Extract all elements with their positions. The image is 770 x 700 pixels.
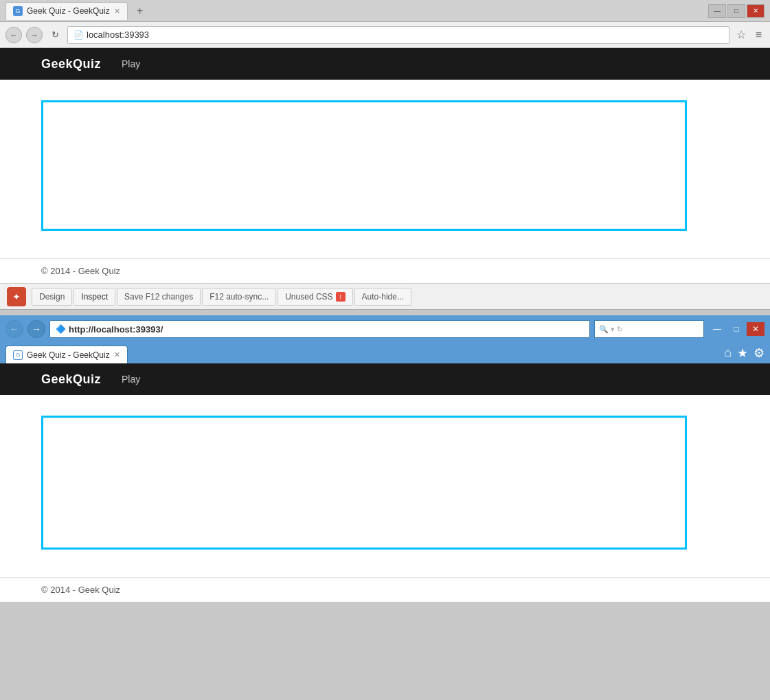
browser-separator xyxy=(0,310,770,315)
close-button[interactable]: ✕ xyxy=(747,4,765,18)
site-navbar-top: GeekQuiz Play xyxy=(0,48,770,80)
bottom-browser-tab[interactable]: G Geek Quiz - GeekQuiz ✕ xyxy=(5,346,128,363)
tab-favicon: G xyxy=(13,6,23,16)
bottom-tab-area: G Geek Quiz - GeekQuiz ✕ ⌂ ★ ⚙ xyxy=(0,343,770,363)
devtools-design-button[interactable]: Design xyxy=(32,288,72,306)
tab-close-button[interactable]: ✕ xyxy=(114,7,120,16)
site-main-bottom xyxy=(0,395,770,577)
forward-button[interactable]: → xyxy=(26,27,43,43)
search-separator: ▾ xyxy=(611,325,615,334)
bottom-tab-favicon: G xyxy=(13,350,23,360)
content-box-bottom xyxy=(41,416,687,550)
devtools-bar: ✦ Design Inspect Save F12 changes F12 au… xyxy=(0,283,770,309)
tab-label: Geek Quiz - GeekQuiz xyxy=(27,6,110,16)
home-icon[interactable]: ⌂ xyxy=(724,346,732,361)
bottom-tab-close[interactable]: ✕ xyxy=(114,350,120,359)
devtools-inspect-button[interactable]: Inspect xyxy=(73,288,115,306)
top-address-bar: ← → ↻ 📄 localhost:39393 ☆ ≡ xyxy=(0,22,770,48)
bottom-tab-label: Geek Quiz - GeekQuiz xyxy=(27,350,110,360)
footer-text-top: © 2014 - Geek Quiz xyxy=(41,266,120,276)
play-nav-link-top[interactable]: Play xyxy=(122,58,140,69)
bottom-address-bar: ← → 🔷 http://localhost:39393/ 🔍 ▾ ↻ — □ … xyxy=(0,315,770,343)
top-title-bar: G Geek Quiz - GeekQuiz ✕ + — □ ✕ xyxy=(0,0,770,22)
site-main-top xyxy=(0,80,770,258)
gear-icon[interactable]: ⚙ xyxy=(754,346,765,361)
reload-button[interactable]: ↻ xyxy=(47,27,63,43)
bottom-website-content: GeekQuiz Play © 2014 - Geek Quiz xyxy=(0,363,770,602)
bottom-back-button[interactable]: ← xyxy=(5,320,23,338)
content-box-top xyxy=(41,100,687,231)
bottom-browser-right-icons: ⌂ ★ ⚙ xyxy=(724,346,765,363)
bottom-url-box[interactable]: 🔷 http://localhost:39393/ xyxy=(49,320,590,338)
devtools-unusedcss-button[interactable]: Unused CSS ! xyxy=(278,288,352,306)
bookmark-icon[interactable]: ☆ xyxy=(734,28,749,41)
bottom-close-button[interactable]: ✕ xyxy=(747,322,765,336)
bottom-maximize-button[interactable]: □ xyxy=(727,322,745,336)
new-tab-button[interactable]: + xyxy=(131,3,150,19)
bottom-minimize-button[interactable]: — xyxy=(708,322,726,336)
bottom-search-area[interactable]: 🔍 ▾ ↻ xyxy=(594,320,704,338)
bottom-browser: ← → 🔷 http://localhost:39393/ 🔍 ▾ ↻ — □ … xyxy=(0,315,770,602)
footer-text-bottom: © 2014 - Geek Quiz xyxy=(41,585,120,595)
site-brand-top: GeekQuiz xyxy=(41,57,101,71)
search-icon: 🔍 xyxy=(599,325,609,334)
devtools-autosync-button[interactable]: F12 auto-sync... xyxy=(202,288,276,306)
top-browser: G Geek Quiz - GeekQuiz ✕ + — □ ✕ ← → ↻ 📄… xyxy=(0,0,770,310)
browser-menu-icon[interactable]: ≡ xyxy=(753,29,765,41)
top-browser-tab[interactable]: G Geek Quiz - GeekQuiz ✕ xyxy=(5,2,128,20)
url-text: localhost:39393 xyxy=(87,30,149,40)
devtools-autohide-button[interactable]: Auto-hide... xyxy=(354,288,411,306)
site-brand-bottom: GeekQuiz xyxy=(41,372,101,387)
site-footer-bottom: © 2014 - Geek Quiz xyxy=(0,577,770,602)
back-button[interactable]: ← xyxy=(5,27,22,43)
devtools-save-button[interactable]: Save F12 changes xyxy=(117,288,201,306)
url-input-box[interactable]: 📄 localhost:39393 xyxy=(67,26,729,44)
site-navbar-bottom: GeekQuiz Play xyxy=(0,363,770,395)
maximize-button[interactable]: □ xyxy=(727,4,745,18)
top-website-content: GeekQuiz Play © 2014 - Geek Quiz xyxy=(0,48,770,283)
star-icon[interactable]: ★ xyxy=(737,346,748,361)
site-footer-top: © 2014 - Geek Quiz xyxy=(0,258,770,283)
bottom-url-text: http://localhost:39393/ xyxy=(69,324,163,335)
bottom-url-icon: 🔷 xyxy=(56,324,66,334)
devtools-logo: ✦ xyxy=(7,287,26,306)
unused-css-badge: ! xyxy=(336,292,346,302)
play-nav-link-bottom[interactable]: Play xyxy=(122,374,140,385)
window-controls: — □ ✕ xyxy=(708,4,765,18)
minimize-button[interactable]: — xyxy=(708,4,726,18)
refresh-search-icon: ↻ xyxy=(617,325,623,334)
url-lock-icon: 📄 xyxy=(73,30,84,40)
bottom-forward-button[interactable]: → xyxy=(27,320,45,338)
